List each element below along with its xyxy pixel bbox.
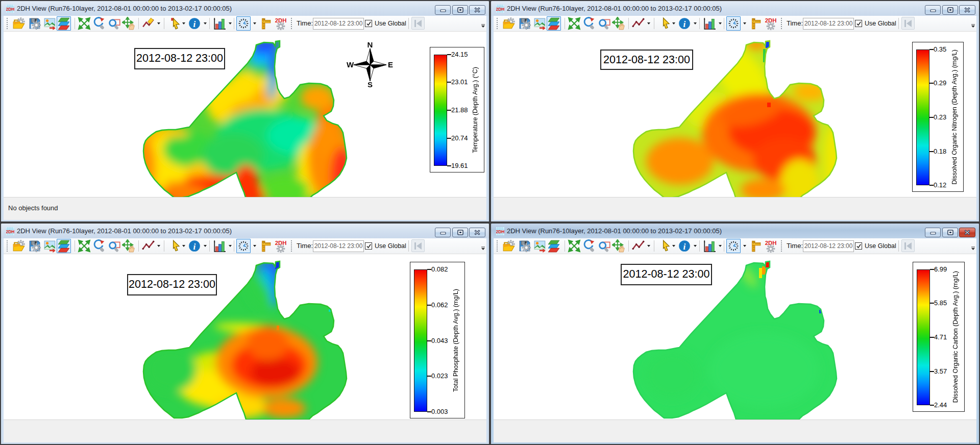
- svg-text:2DH: 2DH: [496, 229, 504, 234]
- svg-text:W: W: [347, 60, 354, 69]
- svg-text:i: i: [683, 19, 686, 29]
- svg-text:i: i: [193, 19, 196, 29]
- svg-text:E: E: [388, 60, 393, 69]
- svg-text:N: N: [368, 41, 373, 49]
- svg-text:2DH: 2DH: [6, 229, 14, 234]
- svg-text:2DH: 2DH: [496, 7, 504, 12]
- svg-text:S: S: [368, 80, 373, 89]
- svg-text:2DH: 2DH: [6, 7, 14, 12]
- svg-text:i: i: [193, 242, 196, 252]
- svg-text:i: i: [683, 242, 686, 252]
